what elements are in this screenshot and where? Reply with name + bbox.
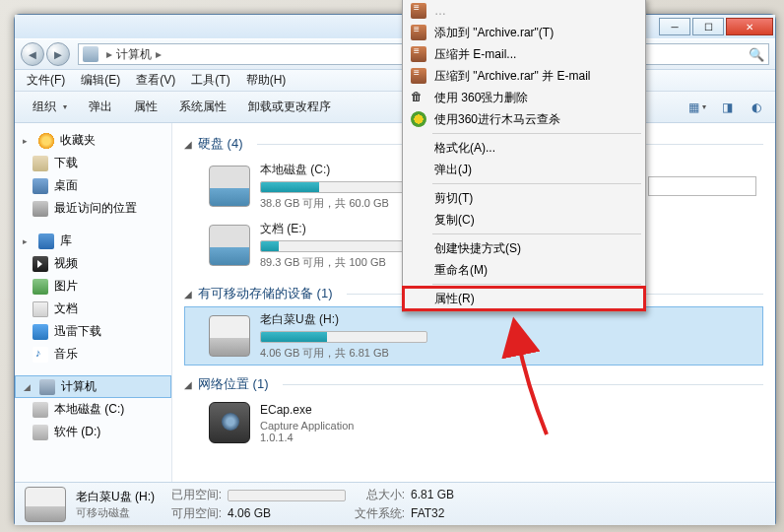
breadcrumb-sep: ▸	[156, 47, 162, 61]
ctx-rename[interactable]: 重命名(M)	[405, 259, 643, 281]
ctx-eject[interactable]: 弹出(J)	[405, 159, 643, 180]
sidebar-computer[interactable]: ◢ 计算机	[15, 375, 171, 398]
drive-icon	[33, 425, 48, 440]
usb-drive-icon	[25, 487, 66, 522]
menu-help[interactable]: 帮助(H)	[240, 70, 293, 91]
view-mode-button[interactable]: ▦	[686, 97, 708, 118]
sidebar-documents[interactable]: 文档	[15, 298, 171, 320]
rar-icon	[411, 25, 426, 40]
blank-field[interactable]	[648, 176, 756, 196]
sidebar-desktop[interactable]: 桌面	[15, 174, 171, 197]
ctx-add-to-rar[interactable]: 添加到 "Archive.rar"(T)	[405, 22, 643, 43]
separator	[432, 233, 641, 234]
camera-icon	[209, 402, 250, 443]
breadcrumb-computer[interactable]: 计算机	[116, 46, 152, 63]
sidebar-downloads[interactable]: 下载	[15, 152, 171, 174]
free-label: 可用空间:	[164, 505, 222, 522]
library-icon	[38, 233, 54, 249]
computer-icon	[83, 46, 98, 62]
drive-icon	[33, 402, 48, 418]
status-bar: 老白菜U盘 (H:) 可移动磁盘 已用空间: 总大小: 6.81 GB 可用空间…	[15, 482, 775, 525]
360-icon	[411, 111, 426, 127]
explorer-window: ─ ☐ ✕ ◄ ► ▸ 计算机 ▸ 🔍 文件(F) 编辑(E) 查看(V) 工具…	[14, 14, 776, 524]
star-icon	[38, 133, 54, 149]
used-label: 已用空间:	[164, 487, 222, 503]
music-icon	[33, 347, 48, 363]
collapse-icon: ◢	[184, 379, 192, 390]
fs-label: 文件系统:	[352, 505, 405, 522]
rar-icon	[411, 68, 426, 84]
menu-file[interactable]: 文件(F)	[21, 70, 71, 91]
separator	[432, 133, 641, 134]
maximize-button[interactable]: ☐	[692, 18, 724, 35]
sidebar-music[interactable]: 音乐	[15, 343, 171, 366]
eject-button[interactable]: 弹出	[79, 95, 122, 119]
title-bar: ─ ☐ ✕	[15, 15, 775, 38]
hdd-icon	[209, 166, 250, 207]
fs-value: FAT32	[411, 506, 529, 520]
document-icon	[33, 301, 48, 317]
network-item-ecap[interactable]: ECap.exe Capture Application 1.0.1.4	[184, 397, 763, 448]
collapse-icon: ◢	[184, 139, 192, 150]
toolbar: 组织 弹出 属性 系统属性 卸载或更改程序 ▦ ◨ ◐	[15, 92, 775, 123]
ctx-compress-email[interactable]: 压缩并 E-mail...	[405, 43, 643, 65]
menu-bar: 文件(F) 编辑(E) 查看(V) 工具(T) 帮助(H)	[15, 70, 775, 92]
ctx-truncated: …	[405, 0, 643, 22]
hdd-icon	[209, 225, 250, 266]
menu-tools[interactable]: 工具(T)	[185, 70, 235, 91]
ctx-format[interactable]: 格式化(A)...	[405, 137, 643, 159]
ctx-360-force-delete[interactable]: 🗑使用 360强力删除	[405, 87, 643, 108]
section-network[interactable]: ◢ 网络位置 (1)	[184, 371, 763, 397]
minimize-button[interactable]: ─	[659, 18, 690, 35]
rar-icon	[411, 46, 426, 62]
separator	[432, 284, 641, 285]
uninstall-button[interactable]: 卸载或更改程序	[238, 95, 341, 119]
sidebar: ▸ 收藏夹 下载 桌面 最近访问的位置 ▸ 库 视频 图片 文档 迅雷下载 音乐	[15, 123, 172, 482]
properties-button[interactable]: 属性	[124, 95, 167, 119]
preview-pane-button[interactable]: ◨	[716, 97, 738, 118]
ctx-360-trojan-scan[interactable]: 使用360进行木马云查杀	[405, 108, 643, 130]
drive-h-usb[interactable]: 老白菜U盘 (H:) 4.06 GB 可用，共 6.81 GB	[184, 306, 763, 366]
shredder-icon: 🗑	[411, 90, 426, 105]
size-label: 总大小:	[352, 487, 405, 503]
ctx-copy[interactable]: 复制(C)	[405, 209, 643, 231]
organize-button[interactable]: 组织	[23, 95, 77, 119]
video-icon	[33, 256, 48, 272]
rar-icon	[411, 3, 426, 19]
sidebar-pictures[interactable]: 图片	[15, 275, 171, 298]
sidebar-libraries[interactable]: ▸ 库	[15, 230, 171, 252]
usb-drive-icon	[209, 315, 250, 357]
sidebar-favorites[interactable]: ▸ 收藏夹	[15, 129, 171, 152]
folder-icon	[33, 156, 48, 171]
free-value: 4.06 GB	[228, 506, 346, 520]
help-icon[interactable]: ◐	[746, 97, 767, 118]
sidebar-drive-d[interactable]: 软件 (D:)	[15, 421, 171, 443]
computer-icon	[39, 379, 55, 395]
recent-icon	[33, 201, 48, 217]
collapse-icon: ◢	[184, 289, 192, 299]
size-value: 6.81 GB	[411, 488, 529, 501]
sidebar-videos[interactable]: 视频	[15, 252, 171, 275]
menu-edit[interactable]: 编辑(E)	[75, 70, 126, 91]
xunlei-icon	[33, 324, 48, 340]
sidebar-recent[interactable]: 最近访问的位置	[15, 197, 171, 220]
close-button[interactable]: ✕	[726, 18, 773, 35]
ctx-properties[interactable]: 属性(R)	[405, 288, 643, 309]
back-button[interactable]: ◄	[21, 42, 44, 66]
sidebar-xunlei[interactable]: 迅雷下载	[15, 320, 171, 343]
context-menu: … 添加到 "Archive.rar"(T) 压缩并 E-mail... 压缩到…	[402, 0, 646, 312]
menu-view[interactable]: 查看(V)	[130, 70, 181, 91]
search-icon: 🔍	[749, 47, 764, 62]
status-type: 可移动磁盘	[76, 505, 155, 520]
status-title: 老白菜U盘 (H:)	[76, 489, 155, 505]
system-properties-button[interactable]: 系统属性	[169, 95, 236, 119]
ctx-create-shortcut[interactable]: 创建快捷方式(S)	[405, 237, 643, 259]
breadcrumb-sep: ▸	[106, 47, 112, 61]
separator	[432, 183, 641, 184]
sidebar-drive-c[interactable]: 本地磁盘 (C:)	[15, 398, 171, 421]
ctx-cut[interactable]: 剪切(T)	[405, 187, 643, 209]
desktop-icon	[33, 178, 48, 194]
picture-icon	[33, 279, 48, 295]
ctx-compress-rar-email[interactable]: 压缩到 "Archive.rar" 并 E-mail	[405, 65, 643, 87]
forward-button[interactable]: ►	[46, 42, 70, 66]
